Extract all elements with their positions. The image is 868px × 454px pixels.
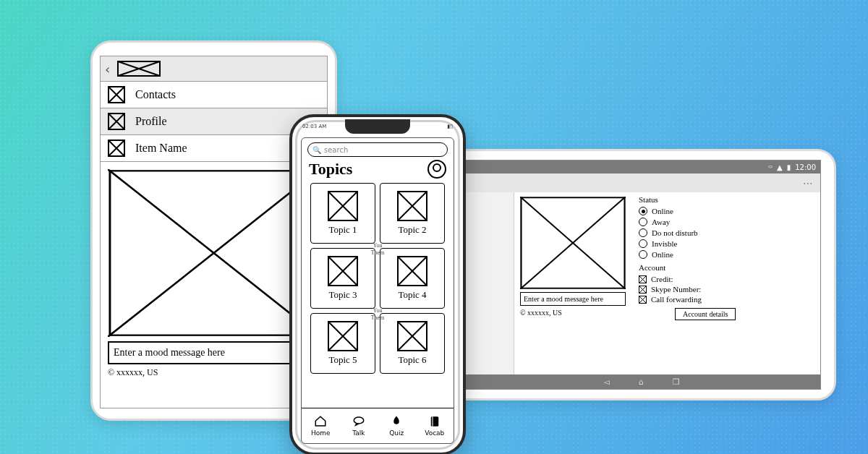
profile-avatar-icon[interactable] xyxy=(427,160,446,179)
battery-icon: ▮ xyxy=(787,163,791,171)
vocab-icon xyxy=(427,415,442,428)
placeholder-icon xyxy=(328,256,358,286)
wifi-icon: ▲ xyxy=(777,163,783,171)
account-item-label: Skype Number: xyxy=(651,285,701,294)
search-placeholder: search xyxy=(324,146,348,154)
overflow-icon[interactable]: ⋯ xyxy=(803,177,814,189)
topic-label: Topic 3 xyxy=(328,289,357,301)
button-label: Account details xyxy=(683,310,728,318)
status-option-away[interactable]: Away xyxy=(639,218,813,226)
status-option-label: Online xyxy=(652,207,673,215)
status-section-title: Status xyxy=(639,195,813,204)
menu-item-contacts[interactable]: Contacts xyxy=(101,82,327,108)
svg-rect-46 xyxy=(431,416,439,427)
nav-label: Quiz xyxy=(389,429,404,437)
profile-image-placeholder xyxy=(108,169,320,337)
status-option-online[interactable]: Online xyxy=(639,207,813,215)
menu-item-label: Contacts xyxy=(135,88,176,101)
sidebar xyxy=(463,192,514,374)
page-title: Topics xyxy=(309,160,352,179)
placeholder-icon xyxy=(397,256,427,286)
back-chevron-icon[interactable]: ‹ xyxy=(105,61,110,77)
recents-icon[interactable]: ❐ xyxy=(673,377,680,387)
status-option-dnd[interactable]: Do not disturb xyxy=(639,228,813,237)
home-icon xyxy=(313,415,328,428)
checkbox-icon xyxy=(639,275,647,283)
topic-card[interactable]: Topic 6 xyxy=(380,313,445,374)
placeholder-icon xyxy=(397,191,427,221)
chat-label-them: Them xyxy=(371,249,385,256)
search-input[interactable]: 🔍 search xyxy=(307,142,448,157)
toolbar: ⋯ xyxy=(463,174,820,192)
placeholder-icon xyxy=(397,321,427,351)
signal-battery-icon: ▮▯ xyxy=(447,124,453,129)
topic-card[interactable]: Topic 5 xyxy=(310,313,375,374)
chat-label-you: You xyxy=(373,242,383,249)
mood-message-input[interactable]: Enter a mood message here xyxy=(108,341,320,364)
header-bar: ‹ xyxy=(101,56,327,82)
placeholder-icon xyxy=(108,113,125,130)
account-details-button[interactable]: Account details xyxy=(675,308,736,320)
status-option-label: Online xyxy=(652,250,673,259)
mood-placeholder-text: Enter a mood message here xyxy=(524,295,603,303)
phone-notch xyxy=(345,119,410,134)
topic-card[interactable]: Topic 3 xyxy=(310,248,375,309)
bluetooth-icon: ⌔ xyxy=(768,163,773,171)
checkbox-icon xyxy=(639,286,647,294)
topic-card[interactable]: Topic 1 xyxy=(310,183,375,244)
radio-icon xyxy=(639,207,647,215)
account-item-credit[interactable]: Credit: xyxy=(639,275,813,283)
quiz-icon xyxy=(389,415,404,428)
location-label: © xxxxxx, US xyxy=(520,309,626,317)
status-option-invisible[interactable]: Invisble xyxy=(639,239,813,248)
nav-quiz[interactable]: Quiz xyxy=(378,408,416,443)
account-item-label: Call forwarding xyxy=(651,295,702,304)
topic-card[interactable]: Topic 2 xyxy=(380,183,445,244)
android-status-bar: ⌔ ▲ ▮ 12:00 xyxy=(463,160,820,174)
placeholder-icon xyxy=(108,86,125,103)
chat-label-you: You xyxy=(373,307,383,314)
back-icon[interactable]: ◅ xyxy=(603,377,609,387)
home-icon[interactable]: ⌂ xyxy=(639,377,644,387)
chat-label-them: Them xyxy=(371,314,385,321)
nav-home[interactable]: Home xyxy=(302,408,340,443)
logo-placeholder-icon xyxy=(117,61,161,77)
status-option-label: Do not disturb xyxy=(652,228,698,237)
status-time: 02:03 AM xyxy=(302,124,326,129)
nav-vocab[interactable]: Vocab xyxy=(416,408,454,443)
mood-message-input[interactable]: Enter a mood message here xyxy=(520,292,626,306)
tablet-landscape-wireframe: ⌔ ▲ ▮ 12:00 ⋯ Enter a mood message here … xyxy=(434,149,836,401)
nav-talk[interactable]: Talk xyxy=(340,408,378,443)
menu-item-label: Item Name xyxy=(135,142,187,155)
radio-icon xyxy=(639,228,647,237)
checkbox-icon xyxy=(639,296,647,304)
status-time: 12:00 xyxy=(795,163,816,171)
radio-icon xyxy=(639,250,647,259)
topic-card[interactable]: Topic 4 xyxy=(380,248,445,309)
topic-label: Topic 4 xyxy=(398,289,426,301)
topic-label: Topic 1 xyxy=(328,224,357,236)
mood-placeholder-text: Enter a mood message here xyxy=(114,347,225,359)
placeholder-icon xyxy=(328,321,358,351)
location-label: © xxxxxx, US xyxy=(108,367,320,378)
radio-icon xyxy=(639,239,647,248)
nav-label: Home xyxy=(311,429,331,437)
status-option-label: Invisble xyxy=(652,239,677,248)
avatar-placeholder xyxy=(520,197,626,289)
account-item-label: Credit: xyxy=(651,275,673,283)
account-item-skype[interactable]: Skype Number: xyxy=(639,285,813,294)
placeholder-icon xyxy=(108,140,125,157)
svg-point-45 xyxy=(354,417,364,424)
phone-nav-bar: Home Talk Quiz Vocab xyxy=(302,408,454,443)
topic-label: Topic 2 xyxy=(398,224,426,236)
account-item-forwarding[interactable]: Call forwarding xyxy=(639,295,813,304)
topic-label: Topic 6 xyxy=(398,354,426,366)
radio-icon xyxy=(639,218,647,226)
nav-label: Vocab xyxy=(425,429,444,437)
search-icon: 🔍 xyxy=(312,146,321,154)
talk-icon xyxy=(352,415,366,428)
status-option-label: Away xyxy=(652,218,670,226)
placeholder-icon xyxy=(328,191,358,221)
phone-wireframe: 02:03 AM ▮▯ 🔍 search Topics Topic 1 Topi… xyxy=(289,114,466,454)
status-option-online2[interactable]: Online xyxy=(639,250,813,259)
